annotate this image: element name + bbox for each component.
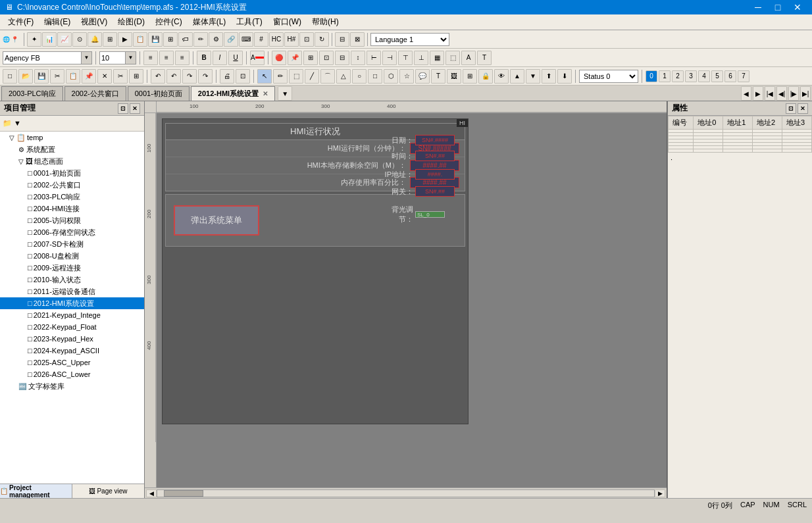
tree-item-2003[interactable]: □ 2003-PLC响应 [0,191,144,203]
callout-tool[interactable]: 💬 [415,69,430,84]
align-center-btn[interactable]: ≡ [159,51,174,65]
tree-item-2021[interactable]: □ 2021-Keypad_Intege [0,309,144,321]
tree-item-2022[interactable]: □ 2022-Keypad_Float [0,321,144,333]
tab-close-icon[interactable]: ✕ [263,90,268,97]
tab-nav-4[interactable]: ▶| [800,86,811,101]
move-back[interactable]: ⬇ [557,69,572,84]
tab-nav-3[interactable]: |▶ [788,86,799,101]
tab-nav-1[interactable]: |◀ [765,86,775,101]
status-6[interactable]: 6 [724,70,736,82]
status-3[interactable]: 3 [685,70,697,82]
font-color-btn[interactable]: A [250,51,265,65]
tree-item-2010[interactable]: □ 2010-输入状态 [0,274,144,286]
hscroll-thumb[interactable] [164,490,203,497]
tab-more-btn[interactable]: ▼ [278,86,292,101]
font-family-input[interactable]: Agency FB [3,51,82,64]
menu-draw[interactable]: 绘图(D) [113,15,150,29]
tb-f4[interactable]: ↕ [351,51,365,65]
tb-f3[interactable]: ⊟ [335,51,349,65]
tb-f6[interactable]: ⊣ [382,51,397,65]
menu-view[interactable]: 视图(V) [76,15,113,29]
maximize-button[interactable]: □ [769,1,787,13]
status-7[interactable]: 7 [738,70,749,82]
menu-control[interactable]: 控件(C) [150,15,188,29]
popup-menu-btn[interactable]: 弹出系统菜单 [174,205,259,236]
tab-scroll-left[interactable]: ◀ [741,86,751,101]
tb-print[interactable]: 🖨 [220,69,234,84]
tab-init[interactable]: 0001-初始页面 [128,86,190,101]
polygon-tool[interactable]: ⬡ [384,69,398,84]
triangle-tool[interactable]: △ [336,69,351,84]
tb-f12[interactable]: T [477,51,492,65]
tree-item-2006[interactable]: □ 2006-存储空间状态 [0,226,144,238]
tb-f9[interactable]: ▦ [430,51,444,65]
tb-data[interactable]: 💾 [148,32,163,47]
tree-item-screens[interactable]: ▽ 🖼 组态画面 [0,155,144,167]
status-0[interactable]: 0 [646,70,657,82]
canvas-hscrollbar[interactable]: ◀ ▶ [145,487,667,498]
tb-f5[interactable]: ⊢ [367,51,381,65]
tree-item-2002[interactable]: □ 2002-公共窗口 [0,179,144,191]
highlight-btn[interactable]: 🔴 [272,51,286,65]
tb-align[interactable]: ⊠ [350,32,365,47]
status-4[interactable]: 4 [698,70,710,82]
tree-item-2011[interactable]: □ 2011-远端设备通信 [0,286,144,297]
tree-item-sysconfig[interactable]: ⚙ 系统配置 [0,143,144,155]
tb-hv[interactable]: H# [284,32,299,47]
pencil-tool[interactable]: ✏ [273,69,288,84]
font-family-combo[interactable]: Agency FB ▼ [3,51,92,64]
tab-common[interactable]: 2002-公共窗口 [64,86,126,101]
group-tool[interactable]: ⊞ [463,69,477,84]
tb-redo[interactable]: ↷ [182,69,197,84]
tb-paste[interactable]: 📌 [82,69,96,84]
circle-tool[interactable]: ○ [352,69,367,84]
tb-table[interactable]: ⊞ [103,32,117,47]
tb-alarm[interactable]: 🔔 [88,32,102,47]
menu-edit[interactable]: 编辑(E) [39,15,76,29]
tb-math[interactable]: # [254,32,268,47]
tb-undo[interactable]: ↶ [151,69,165,84]
select-tool[interactable]: ↖ [257,69,272,84]
menu-media[interactable]: 媒体库(L) [188,15,232,29]
hscroll-track[interactable] [157,489,655,497]
tb-undo2[interactable]: ↶ [166,69,181,84]
tb-grid2[interactable]: ⊟ [335,32,349,47]
status-5[interactable]: 5 [711,70,723,82]
tb-grid[interactable]: ⊞ [163,32,178,47]
tree-item-labels[interactable]: 🔤 文字标签库 [0,380,144,392]
tree-item-2026[interactable]: □ 2026-ASC_Lower [0,368,144,380]
page-view-tab[interactable]: 🖼 Page view [72,484,144,499]
font-size-dropdown-btn[interactable]: ▼ [126,51,136,64]
menu-window[interactable]: 窗口(W) [268,15,307,29]
tree-item-2025[interactable]: □ 2025-ASC_Upper [0,357,144,368]
properties-close-btn[interactable]: ✕ [798,103,808,114]
move-fwd[interactable]: ▲ [510,69,524,84]
visible-tool[interactable]: 👁 [494,69,509,84]
tb-chart[interactable]: 📊 [42,32,57,47]
star-tool[interactable]: ☆ [399,69,414,84]
tb-spread[interactable]: ⊡ [299,32,314,47]
tb-f10[interactable]: ⬚ [445,51,460,65]
tb-link[interactable]: 🔗 [224,32,238,47]
tb-tag[interactable]: 🏷 [178,32,193,47]
line-tool[interactable]: ╱ [305,69,319,84]
status-1[interactable]: 1 [659,70,671,82]
pin-btn[interactable]: 📌 [288,51,302,65]
tree-item-2009[interactable]: □ 2009-远程连接 [0,262,144,274]
move-bck[interactable]: ▼ [526,69,540,84]
scroll-left-btn[interactable]: ◀ [146,489,157,497]
underline-btn[interactable]: U [228,51,243,65]
eraser-tool[interactable]: ⬚ [289,69,303,84]
tab-hmi[interactable]: 2012-HMI系统设置 ✕ [191,86,275,101]
tree-item-2008[interactable]: □ 2008-U盘检测 [0,250,144,262]
tb-config[interactable]: ⚙ [209,32,223,47]
tb-media[interactable]: ▶ [118,32,132,47]
tab-scroll-right[interactable]: ▶ [753,86,763,101]
tb-bar[interactable]: 📈 [57,32,72,47]
image-tool[interactable]: 🖼 [447,69,461,84]
tree-item-2005[interactable]: □ 2005-访问权限 [0,214,144,226]
tb-copy2[interactable]: ⊞ [129,69,143,84]
rect-tool[interactable]: □ [368,69,382,84]
menu-file[interactable]: 文件(F) [3,15,39,29]
tb-preview[interactable]: ⊡ [236,69,250,84]
